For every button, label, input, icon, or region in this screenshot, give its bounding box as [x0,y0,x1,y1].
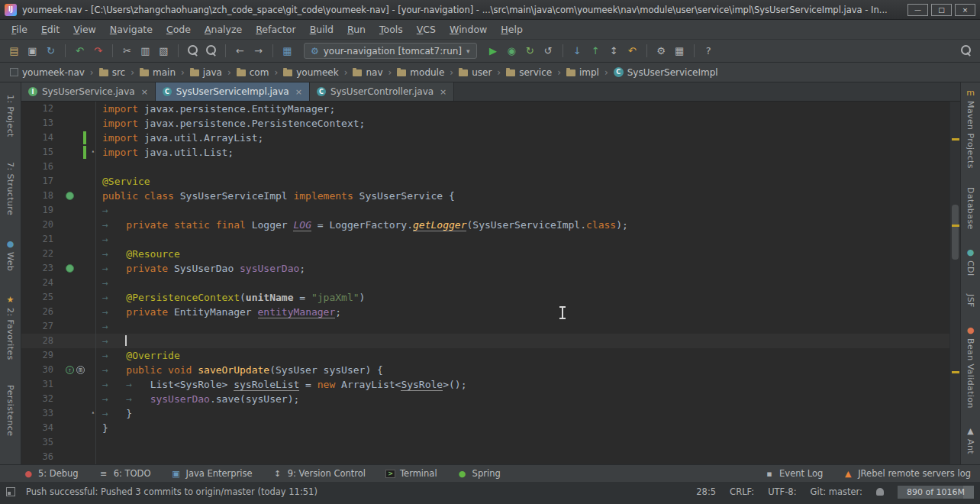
code-lines[interactable]: 12import javax.persistence.EntityManager… [21,102,949,464]
menu-window[interactable]: Window [443,21,494,38]
close-icon[interactable]: × [141,87,148,97]
warning-stripe-mark[interactable] [952,225,959,227]
tab-sysuserserviceimpl-java[interactable]: CSysUserServiceImpl.java× [156,82,310,101]
tool-button-jsf[interactable]: JSF [965,294,975,308]
breadcrumb-service[interactable]: service [504,66,554,79]
menu-run[interactable]: Run [340,21,372,38]
caret-position[interactable]: 28:5 [696,486,716,497]
help-icon[interactable]: ? [701,43,717,59]
scrollbar-thumb[interactable] [952,205,959,260]
tool-button-maven-projects[interactable]: mMaven Projects [965,89,975,169]
tool-window-button-event-log[interactable]: ▪Event Log [764,468,823,479]
code-line[interactable]: 17@Service [21,174,949,189]
menu-tools[interactable]: Tools [372,21,410,38]
vcs-changes-icon[interactable]: ↕ [606,43,622,59]
warning-stripe-mark[interactable] [952,138,959,141]
minimize-button[interactable]: — [907,4,928,16]
line-separator[interactable]: CRLF: [730,486,754,497]
code-line[interactable]: 35 [21,435,949,450]
code-line[interactable]: 13import javax.persistence.PersistenceCo… [21,116,949,131]
vcs-update-icon[interactable]: ↓ [569,43,585,59]
menu-code[interactable]: Code [160,21,198,38]
undo-icon[interactable]: ↶ [72,43,88,59]
update-app-icon[interactable]: ↻ [522,43,538,59]
code-line[interactable]: 25→ @PersistenceContext(unitName = "jpaX… [21,290,949,305]
code-line[interactable]: 28→ [21,334,949,348]
code-line[interactable]: 23→ private SysUserDao sysUserDao; [21,261,949,276]
code-line[interactable]: 24→ [21,276,949,290]
breadcrumb-src[interactable]: src [97,66,128,79]
menu-view[interactable]: View [66,21,103,38]
menu-build[interactable]: Build [303,21,340,38]
run-icon[interactable]: ▶ [485,43,501,59]
vcs-rollback-icon[interactable]: ↶ [624,43,640,59]
tool-button-ant[interactable]: ▲Ant [965,427,975,454]
code-line[interactable]: 26→ private EntityManager entityManager; [21,305,949,319]
tool-window-button-5-debug[interactable]: ●5: Debug [23,468,79,479]
code-line[interactable]: 21→ [21,232,949,247]
menu-help[interactable]: Help [494,21,530,38]
tool-window-button-java-enterprise[interactable]: ▣Java Enterprise [171,468,253,479]
breadcrumb-sysuserserviceimpl[interactable]: CSysUserServiceImpl [611,66,720,79]
tab-sysuserservice-java[interactable]: ISysUserService.java× [21,82,156,101]
breadcrumb-main[interactable]: main [137,66,178,79]
tool-button-persistence[interactable]: Persistence [5,385,15,436]
tool-window-button-6-todo[interactable]: ≡6: TODO [98,468,151,479]
menu-analyze[interactable]: Analyze [198,21,249,38]
close-icon[interactable]: × [440,87,446,97]
redo-icon[interactable]: ↷ [90,43,106,59]
paste-icon[interactable]: ▧ [156,43,172,59]
tool-window-button-9-version-control[interactable]: ↕9: Version Control [272,468,366,479]
copy-icon[interactable]: ▥ [137,43,153,59]
status-message[interactable]: Push successful: Pushed 3 commits to ori… [26,486,318,497]
code-line[interactable]: 18public class SysUserServiceImpl implem… [21,189,949,203]
memory-indicator[interactable]: 890 of 1016M [898,486,974,499]
code-line[interactable]: 34} [21,421,949,435]
tool-window-button-spring[interactable]: ●Spring [457,468,501,479]
code-line[interactable]: 29→ @Override [21,348,949,363]
tool-window-toggle-icon[interactable] [6,487,15,496]
breadcrumb-com[interactable]: com [234,66,272,79]
tool-button-1-project[interactable]: 1: Project [5,95,15,137]
spring-bean-icon[interactable] [66,264,74,273]
open-icon[interactable]: ▤ [6,43,22,59]
fold-marker[interactable]: ▴ [92,149,95,154]
close-icon[interactable]: × [295,87,302,97]
menu-file[interactable]: File [5,21,34,38]
code-line[interactable]: 22→ @Resource [21,247,949,261]
run-configuration-select[interactable]: ⚙your-navigation [tomcat7:run]▾ [304,43,477,59]
breadcrumb-module[interactable]: module [395,66,446,79]
override-icon[interactable]: ↑ [66,366,74,374]
rerun-icon[interactable]: ↺ [540,43,556,59]
warning-stripe-mark[interactable] [952,371,959,373]
find-icon[interactable] [185,43,201,59]
code-line[interactable]: 30↑m→ public void saveOrUpdate(SysUser s… [21,363,949,377]
code-line[interactable]: 15▴import java.util.List; [21,145,949,160]
breadcrumb-user[interactable]: user [456,66,494,79]
implements-icon[interactable]: m [76,366,85,374]
breadcrumb-nav[interactable]: nav [350,66,385,79]
tool-button-bean-validation[interactable]: ●Bean Validation [965,326,975,409]
tool-window-button-terminal[interactable]: >Terminal [385,468,437,479]
tool-button-7-structure[interactable]: 7: Structure [5,162,15,215]
editor-scrollbar[interactable] [949,102,960,464]
fold-marker[interactable]: ▴ [92,410,95,415]
code-line[interactable]: 32→ → sysUserDao.save(sysUser); [21,392,949,406]
maximize-button[interactable]: □ [931,4,952,16]
menu-vcs[interactable]: VCS [410,21,443,38]
menu-refactor[interactable]: Refactor [249,21,302,38]
inspections-icon[interactable] [876,488,884,496]
run-coverage-icon[interactable]: ◉ [504,43,520,59]
project-structure-icon[interactable]: ▦ [672,43,688,59]
changes-grid-icon[interactable]: ▦ [279,43,295,59]
code-line[interactable]: 12import javax.persistence.EntityManager… [21,102,949,116]
code-line[interactable]: 14import java.util.ArrayList; [21,131,949,145]
tool-button-cdi[interactable]: ●CDI [965,248,975,276]
breadcrumb-youmeek[interactable]: youmeek [281,66,340,79]
back-icon[interactable]: ← [232,43,248,59]
tool-button-web[interactable]: ●Web [5,240,15,271]
replace-icon[interactable] [203,43,219,59]
breadcrumb-youmeek-nav[interactable]: youmeek-nav [8,66,87,79]
code-line[interactable]: 27→ [21,319,949,334]
vcs-commit-icon[interactable]: ↑ [588,43,604,59]
